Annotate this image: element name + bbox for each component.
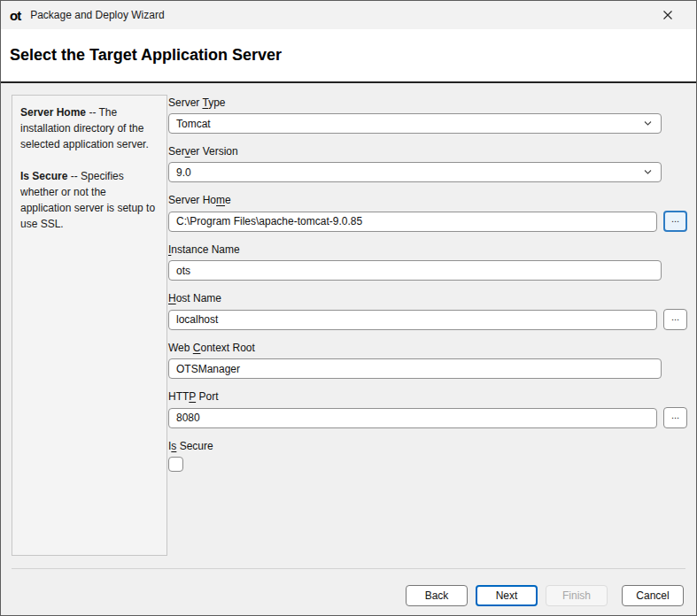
next-button[interactable]: Next — [476, 585, 538, 606]
server-version-select[interactable]: 9.0 — [168, 162, 662, 182]
help-text-server-home: Server Home -- The installation director… — [20, 104, 159, 152]
server-form: Server Type Tomcat Server Version 9.0 Se… — [168, 83, 687, 483]
field-server-home: Server Home ... — [168, 194, 687, 232]
http-port-browse-button[interactable]: ... — [663, 407, 687, 428]
server-home-input[interactable] — [168, 212, 657, 232]
server-version-value: 9.0 — [176, 166, 191, 179]
help-text-is-secure: Is Secure -- Specifies whether or not th… — [20, 168, 159, 232]
page-header: Select the Target Application Server — [1, 29, 696, 81]
server-type-select[interactable]: Tomcat — [168, 113, 662, 134]
field-web-context-root: Web Context Root — [168, 342, 687, 379]
web-context-root-label: Web Context Root — [168, 342, 687, 354]
field-host-name: Host Name ... — [168, 292, 687, 330]
host-name-input[interactable] — [168, 310, 657, 330]
field-server-version: Server Version 9.0 — [168, 145, 687, 182]
finish-button: Finish — [546, 585, 608, 606]
footer-separator — [12, 568, 685, 569]
host-name-label: Host Name — [168, 292, 687, 304]
instance-name-label: Instance Name — [168, 243, 687, 256]
field-is-secure: Is Secure — [168, 440, 687, 472]
host-name-browse-button[interactable]: ... — [663, 309, 687, 330]
field-http-port: HTTP Port ... — [168, 390, 687, 428]
field-instance-name: Instance Name — [168, 243, 687, 281]
opentext-app-icon: ot — [10, 9, 20, 22]
footer-buttons: Back Next Finish Cancel — [398, 585, 684, 606]
cancel-button[interactable]: Cancel — [622, 585, 684, 606]
is-secure-checkbox[interactable] — [168, 457, 183, 472]
field-server-type: Server Type Tomcat — [168, 96, 687, 134]
page-title: Select the Target Application Server — [10, 46, 282, 65]
wizard-window: ot Package and Deploy Wizard Select the … — [0, 0, 697, 616]
content-area: Server Home -- The installation director… — [1, 83, 696, 616]
server-type-label: Server Type — [168, 96, 687, 109]
instance-name-input[interactable] — [168, 260, 662, 281]
http-port-input[interactable] — [168, 408, 657, 428]
server-version-label: Server Version — [168, 145, 687, 158]
chevron-down-icon — [643, 167, 653, 177]
close-icon — [662, 10, 673, 20]
back-button[interactable]: Back — [406, 585, 468, 606]
server-home-browse-button[interactable]: ... — [663, 211, 687, 232]
help-panel: Server Home -- The installation director… — [12, 95, 167, 556]
is-secure-label: Is Secure — [168, 440, 687, 452]
close-button[interactable] — [654, 1, 682, 29]
http-port-label: HTTP Port — [168, 390, 687, 403]
server-home-label: Server Home — [168, 194, 687, 206]
server-type-value: Tomcat — [176, 118, 211, 130]
titlebar: ot Package and Deploy Wizard — [1, 1, 696, 29]
chevron-down-icon — [643, 119, 653, 128]
window-title: Package and Deploy Wizard — [30, 9, 164, 21]
web-context-root-input[interactable] — [168, 358, 662, 379]
